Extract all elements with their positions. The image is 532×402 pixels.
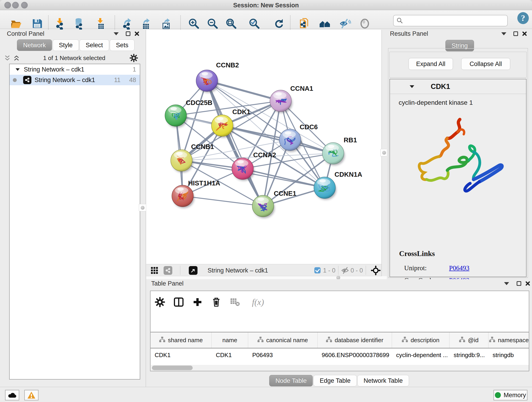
- results-panel-close-icon[interactable]: [520, 30, 528, 38]
- crosslink-value-link[interactable]: P06493: [449, 264, 469, 272]
- network-from-document-button[interactable]: [298, 17, 311, 30]
- tab-select[interactable]: Select: [80, 39, 109, 51]
- zoom-fit-button[interactable]: [225, 17, 238, 30]
- shared-column-icon: [489, 337, 495, 344]
- table-panel-float-icon[interactable]: [515, 280, 523, 287]
- export-network-button[interactable]: [121, 17, 134, 30]
- table-cell[interactable]: stringdb: [488, 349, 529, 361]
- string-network-graph[interactable]: CCNB2CCNA1CDC25BCDK1CDC6RB1CCNB1CCNA2CDK…: [146, 30, 381, 264]
- export-image-button[interactable]: [160, 17, 173, 30]
- entry-collapse-icon[interactable]: [410, 85, 414, 88]
- node-label-CDKN1A: CDKN1A: [335, 171, 362, 178]
- save-session-button[interactable]: [31, 17, 44, 30]
- node-CCNA1[interactable]: CCNA1: [270, 85, 313, 113]
- collapse-all-button[interactable]: Collapse All: [461, 58, 510, 70]
- table-cell[interactable]: P06493: [248, 349, 317, 361]
- selected-checkbox-icon[interactable]: [314, 267, 321, 274]
- zoom-selected-button[interactable]: [248, 17, 261, 30]
- zoom-out-button[interactable]: [206, 17, 219, 30]
- network-options-gear-icon[interactable]: [127, 52, 140, 64]
- hide-panel-button[interactable]: [339, 17, 351, 30]
- table-row[interactable]: CDK1CDK1P064939606.ENSP00000378699cyclin…: [151, 349, 529, 361]
- left-divider-handle[interactable]: [139, 204, 146, 211]
- column-header-shared-name[interactable]: shared name: [151, 332, 212, 348]
- open-in-new-window-icon[interactable]: [189, 266, 197, 275]
- fit-content-crosshair-icon[interactable]: [371, 265, 381, 276]
- results-panel-menu-icon[interactable]: [500, 30, 508, 38]
- table-cell[interactable]: 9606.ENSP00000378699: [317, 349, 392, 361]
- cloud-status-button[interactable]: [5, 390, 19, 400]
- tab-sets[interactable]: Sets: [110, 39, 134, 51]
- column-header-name[interactable]: name: [212, 332, 248, 348]
- control-panel-float-icon[interactable]: [124, 30, 132, 38]
- network-collection-row[interactable]: String Network – cdk1 1: [10, 64, 140, 75]
- memory-button[interactable]: Memory: [494, 390, 527, 400]
- table-horizontal-scrollbar[interactable]: [151, 365, 529, 371]
- node-CDKN1A[interactable]: CDKN1A: [314, 171, 362, 200]
- tab-style[interactable]: Style: [53, 39, 79, 51]
- export-network-icon: [121, 18, 133, 30]
- tab-network[interactable]: Network: [17, 39, 52, 51]
- hidden-eye-icon[interactable]: [341, 267, 349, 275]
- column-header-canonical-name[interactable]: canonical name: [248, 332, 317, 348]
- network-row[interactable]: String Network – cdk1 11 48: [10, 75, 140, 85]
- edge-HIST1H1A-CCNE1[interactable]: [183, 196, 263, 206]
- collection-expand-icon[interactable]: [16, 68, 20, 71]
- collapse-all-tree-icon[interactable]: [3, 52, 12, 64]
- network-share-icon[interactable]: [164, 266, 172, 275]
- expand-all-button[interactable]: Expand All: [409, 58, 453, 70]
- column-header-database-identifier[interactable]: database identifier: [317, 332, 392, 348]
- tab-network-table[interactable]: Network Table: [357, 375, 409, 386]
- tab-node-table[interactable]: Node Table: [269, 375, 313, 386]
- crosslink-row: Uniprot:P06493: [404, 262, 523, 274]
- delete-table-icon[interactable]: [229, 296, 241, 308]
- table-cell[interactable]: CDK1: [151, 349, 212, 361]
- table-options-gear-icon[interactable]: [154, 296, 166, 308]
- open-session-button[interactable]: [10, 17, 22, 30]
- node-CCNE1[interactable]: CCNE1: [252, 190, 296, 218]
- network-node-count: 11: [114, 77, 120, 84]
- table-panel-divider[interactable]: [146, 276, 387, 279]
- import-database-button[interactable]: [73, 17, 85, 30]
- network-canvas[interactable]: CCNB2CCNA1CDC25BCDK1CDC6RB1CCNB1CCNA2CDK…: [146, 30, 381, 264]
- show-hide-toggle-button[interactable]: [358, 17, 371, 30]
- expand-all-tree-icon[interactable]: [12, 52, 21, 64]
- left-panel-divider[interactable]: [140, 30, 146, 387]
- node-CCNB1[interactable]: CCNB1: [171, 143, 214, 172]
- table-cell[interactable]: cyclin-dependent ...: [392, 349, 450, 361]
- scrollbar-thumb[interactable]: [152, 366, 193, 370]
- create-column-plus-icon[interactable]: [191, 296, 204, 308]
- search-input[interactable]: [403, 17, 500, 24]
- column-header-namespace[interactable]: namespace: [488, 332, 529, 348]
- table-panel-menu-icon[interactable]: [503, 280, 510, 287]
- cloud-icon: [7, 392, 17, 399]
- birdseye-grid-icon[interactable]: [150, 266, 159, 275]
- zoom-in-button[interactable]: [187, 17, 200, 30]
- help-button[interactable]: [517, 12, 529, 24]
- table-cell[interactable]: CDK1: [212, 349, 248, 361]
- column-header-description[interactable]: description: [392, 332, 450, 348]
- show-columns-icon[interactable]: [172, 296, 185, 308]
- refresh-layout-button[interactable]: [273, 17, 285, 30]
- control-panel: Control Panel NetworkStyleSelectSets 1 o…: [3, 30, 140, 387]
- edge-CCNB2-CCNE1[interactable]: [207, 81, 263, 206]
- node-RB1[interactable]: RB1: [322, 136, 357, 166]
- column-header--id[interactable]: @id: [450, 332, 488, 348]
- right-panel-divider[interactable]: [381, 30, 387, 276]
- results-panel-float-icon[interactable]: [512, 30, 520, 38]
- table-cell[interactable]: stringdb:9...: [450, 349, 488, 361]
- control-panel-close-icon[interactable]: [133, 30, 141, 38]
- import-network-button[interactable]: [54, 17, 66, 30]
- function-builder-icon[interactable]: f(x): [248, 296, 268, 308]
- table-panel-close-icon[interactable]: [524, 280, 532, 287]
- export-table-button[interactable]: [140, 17, 152, 30]
- genemania-homes-button[interactable]: [318, 17, 331, 30]
- control-panel-menu-icon[interactable]: [112, 30, 120, 38]
- node-HIST1H1A[interactable]: HIST1H1A: [172, 179, 220, 208]
- import-table-button[interactable]: [95, 17, 108, 30]
- entry-header[interactable]: CDK1: [390, 79, 526, 94]
- string-network-badge-icon: [23, 76, 32, 84]
- warnings-button[interactable]: [24, 390, 38, 400]
- delete-column-trash-icon[interactable]: [210, 296, 222, 308]
- tab-edge-table[interactable]: Edge Table: [313, 375, 357, 386]
